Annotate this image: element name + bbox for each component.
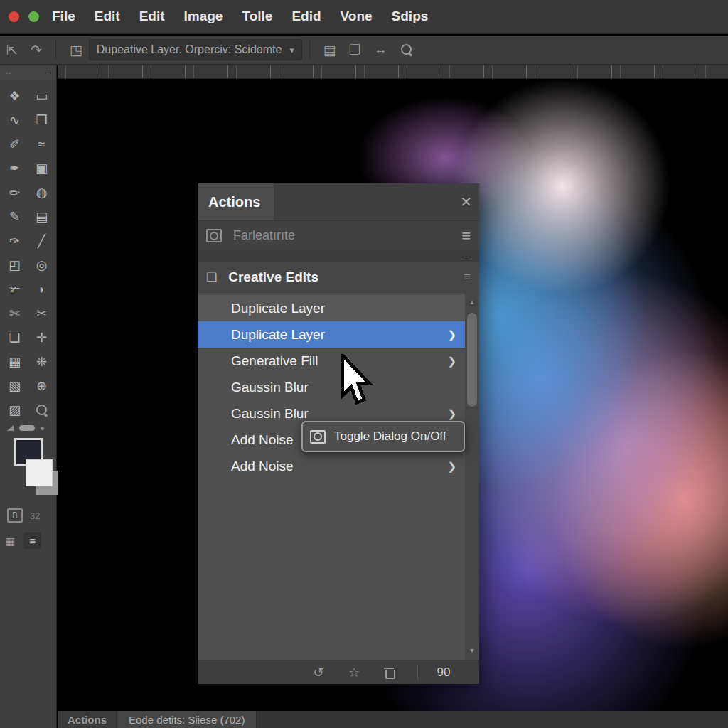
action-item-duplicate-layer[interactable]: Duplicate Layer❯ xyxy=(198,321,465,348)
chevron-right-icon[interactable]: ❯ xyxy=(447,460,456,473)
menu-item-edid[interactable]: Edid xyxy=(291,9,321,24)
scrollbar[interactable]: ▲ ▼ xyxy=(465,293,479,660)
menu-items: FileEditEditImageTolleEdidVoneSdips xyxy=(52,9,428,24)
transform-handle-icon[interactable]: ⇱ xyxy=(6,42,18,58)
trash-icon[interactable] xyxy=(385,667,395,678)
chevron-right-icon[interactable]: ❯ xyxy=(447,328,456,341)
collapse-panel-icon[interactable]: – xyxy=(46,68,50,77)
zoom-plus-tool-icon[interactable]: ⊕ xyxy=(28,374,55,398)
brush-tool-icon[interactable]: ✐ xyxy=(1,132,28,156)
actions-panel-tab[interactable]: Actions xyxy=(198,183,274,220)
corner-bracket-icon[interactable]: ◳ xyxy=(70,42,82,58)
healing-curve-tool-icon[interactable]: ≈ xyxy=(28,132,55,156)
line-tool-icon[interactable]: ╱ xyxy=(28,229,55,253)
triangle-icon xyxy=(7,425,14,431)
bit-depth-label: 32 xyxy=(30,510,40,521)
action-preset-dropdown[interactable]: Dupeative Layer. Orperciv: Scidomte ▾ xyxy=(89,39,302,60)
tools-panel-header[interactable]: •• – xyxy=(0,65,56,80)
undo-curve-icon[interactable]: ↷ xyxy=(31,42,42,58)
menu-item-vone[interactable]: Vone xyxy=(341,9,373,24)
scroll-up-icon[interactable]: ▲ xyxy=(465,296,479,309)
action-item-label: Duplicate Layer xyxy=(231,301,456,316)
action-item-label: Add Noise xyxy=(231,459,447,474)
add-anchor-tool-icon[interactable]: ✛ xyxy=(28,326,55,350)
star-icon[interactable]: ☆ xyxy=(336,665,372,680)
pen-tool-icon[interactable]: ✒ xyxy=(1,156,28,181)
pen-variant-tool-icon[interactable]: ✑ xyxy=(1,229,28,253)
menu-item-edit[interactable]: Edit xyxy=(95,9,120,24)
notes-tool-icon[interactable]: ▧ xyxy=(1,374,28,398)
swap-arrows-icon[interactable]: ↔ xyxy=(374,42,387,58)
move-tool-icon[interactable]: ❖ xyxy=(1,84,28,108)
smudge-tool-icon[interactable]: ✃ xyxy=(1,277,28,301)
spot-brush-tool-icon[interactable]: ✏ xyxy=(1,181,28,205)
action-item-add-noise[interactable]: Add Noise❯ xyxy=(198,453,465,479)
ruler xyxy=(58,65,728,79)
sparkle-shape-tool-icon[interactable]: ❈ xyxy=(28,350,55,374)
actions-preset-row[interactable]: Farleatırıte ≡ xyxy=(198,220,479,250)
status-actions-tab[interactable]: Actions xyxy=(58,711,117,728)
status-filler xyxy=(257,711,728,728)
action-item-generative-fill[interactable]: Generative Fill❯ xyxy=(198,348,465,374)
eyedropper-tool-icon[interactable]: ◍ xyxy=(28,181,55,205)
image-adjust-tool-icon[interactable]: ▨ xyxy=(1,398,28,422)
menu-lines-icon[interactable]: ≡ xyxy=(23,532,41,549)
lasso-tool-icon[interactable]: ∿ xyxy=(1,108,28,132)
scrollbar-thumb[interactable] xyxy=(467,313,477,407)
collapse-strip[interactable]: – xyxy=(198,250,479,262)
panel-menu-icon[interactable]: ≡ xyxy=(461,227,471,245)
shape-tool-icon[interactable]: ◗ xyxy=(28,277,55,301)
menu-item-image[interactable]: Image xyxy=(184,9,223,24)
tools-panel: •• – ❖▭∿❒✐≈✒▣✏◍✎▤✑╱◰◎✃◗✄✂❏✛▦❈▧⊕▨ B 32 ▦ … xyxy=(0,65,57,728)
zoom-tool-icon[interactable] xyxy=(28,398,55,422)
undo-icon[interactable]: ↺ xyxy=(301,665,336,680)
action-set-row[interactable]: ❏ Creative Edits ≡ xyxy=(198,262,479,293)
mixer-brush-tool-icon[interactable]: ✎ xyxy=(1,205,28,229)
marquee-tool-icon[interactable]: ▭ xyxy=(28,84,55,108)
mode-row: B 32 xyxy=(0,504,56,527)
close-window-button[interactable] xyxy=(9,11,19,22)
zoom-window-button[interactable] xyxy=(28,11,39,22)
mode-badge[interactable]: B xyxy=(7,508,23,523)
close-icon[interactable]: ✕ xyxy=(460,193,472,210)
chevron-right-icon[interactable]: ❯ xyxy=(447,355,456,368)
book-panel-icon[interactable]: ❐ xyxy=(349,42,361,58)
object-select-tool-icon[interactable]: ◰ xyxy=(1,253,28,277)
scissors-tool-icon[interactable]: ✂ xyxy=(28,301,55,326)
background-color-swatch[interactable] xyxy=(26,459,53,486)
grid-tool-icon[interactable]: ▦ xyxy=(1,350,28,374)
gradient-list-tool-icon[interactable]: ▤ xyxy=(28,205,55,229)
menu-item-sdips[interactable]: Sdips xyxy=(392,9,429,24)
search-icon[interactable] xyxy=(401,44,412,55)
crop-tool-icon[interactable]: ❒ xyxy=(28,108,55,132)
scroll-down-icon[interactable]: ▼ xyxy=(465,644,479,657)
menu-item-tolle[interactable]: Tolle xyxy=(242,9,272,24)
action-item-gaussin-blur[interactable]: Gaussin Blur xyxy=(198,374,465,400)
tools-grid: ❖▭∿❒✐≈✒▣✏◍✎▤✑╱◰◎✃◗✄✂❏✛▦❈▧⊕▨ xyxy=(0,80,56,422)
layers-copy-tool-icon[interactable]: ❏ xyxy=(1,326,28,350)
stats-grid-icon[interactable]: ▦ xyxy=(6,535,15,547)
knife-tool-icon[interactable]: ✄ xyxy=(1,301,28,326)
tooltip-label: Toggle Dialog On/Off xyxy=(334,429,446,444)
dialog-toggle-icon[interactable] xyxy=(206,229,222,242)
mouse-cursor xyxy=(338,354,374,411)
chevron-right-icon[interactable]: ❯ xyxy=(447,407,456,420)
action-item-label: Duplicate Layer xyxy=(231,327,447,343)
group-menu-icon[interactable]: ≡ xyxy=(464,270,471,284)
zoom-lens-tool-icon[interactable]: ◎ xyxy=(28,253,55,277)
workspace-list-icon[interactable]: ▤ xyxy=(323,42,336,58)
magnifier-glyph xyxy=(36,405,48,416)
status-bar: Actions Eode detits: Siiese (702) xyxy=(58,711,728,728)
panel-title: Actions xyxy=(208,194,260,210)
status-info-box: Eode detits: Siiese (702) xyxy=(117,711,257,728)
action-count: 90 xyxy=(428,665,459,680)
edit-toolbar-row[interactable] xyxy=(0,422,56,432)
actions-panel-titlebar[interactable]: Actions ✕ xyxy=(198,183,479,220)
footer-separator xyxy=(417,665,418,680)
dropdown-value: Dupeative Layer. Orperciv: Scidomte xyxy=(97,43,289,56)
menu-item-edit[interactable]: Edit xyxy=(139,9,165,24)
application-window: FileEditEditImageTolleEdidVoneSdips ⇱ ↷ … xyxy=(0,0,728,728)
frame-tool-icon[interactable]: ▣ xyxy=(28,156,55,181)
action-item-duplicate-layer[interactable]: Duplicate Layer xyxy=(198,295,465,321)
menu-item-file[interactable]: File xyxy=(52,9,75,24)
